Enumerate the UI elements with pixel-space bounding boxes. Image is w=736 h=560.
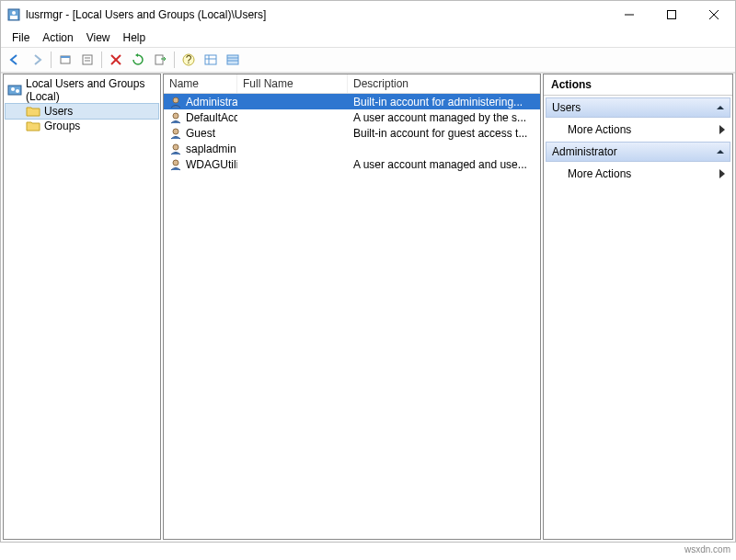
cell-name-text: Administrator xyxy=(186,96,237,109)
action-group-users[interactable]: Users xyxy=(546,97,730,118)
app-icon xyxy=(6,7,21,22)
view-list-button[interactable] xyxy=(201,50,221,70)
list-row[interactable]: DefaultAcco...A user account managed by … xyxy=(164,109,540,125)
delete-button[interactable] xyxy=(106,50,126,70)
user-icon xyxy=(169,127,182,140)
footer-watermark: wsxdn.com xyxy=(0,543,736,556)
svg-rect-4 xyxy=(668,11,676,19)
list-header: Name Full Name Description xyxy=(164,74,540,94)
svg-point-25 xyxy=(16,89,19,93)
toolbar-separator xyxy=(101,51,102,68)
svg-point-27 xyxy=(173,113,178,119)
menu-action[interactable]: Action xyxy=(37,29,78,46)
cell-name-text: Guest xyxy=(186,127,215,140)
svg-point-28 xyxy=(173,129,178,134)
menu-bar: File Action View Help xyxy=(1,29,735,47)
svg-point-24 xyxy=(11,87,15,91)
cell-name-text: WDAGUtility... xyxy=(186,158,237,171)
toolbar: ? xyxy=(1,47,735,73)
svg-point-30 xyxy=(173,160,178,166)
user-icon xyxy=(169,111,182,124)
up-button[interactable] xyxy=(55,50,75,70)
svg-rect-20 xyxy=(227,55,238,64)
tree-root-label: Local Users and Groups (Local) xyxy=(26,77,156,103)
action-more-users[interactable]: More Actions xyxy=(546,120,730,140)
refresh-button[interactable] xyxy=(128,50,148,70)
forward-button[interactable] xyxy=(27,50,47,70)
cell-name: DefaultAcco... xyxy=(164,111,237,124)
chevron-right-icon xyxy=(719,169,725,178)
svg-rect-17 xyxy=(205,55,216,64)
toolbar-separator xyxy=(174,51,175,68)
action-more-admin[interactable]: More Actions xyxy=(546,164,730,184)
tree-item-groups[interactable]: Groups xyxy=(6,119,158,133)
actions-title: Actions xyxy=(544,74,732,96)
folder-icon xyxy=(26,106,40,117)
help-button[interactable]: ? xyxy=(178,50,199,70)
cell-name: Administrator xyxy=(164,96,237,109)
toolbar-separator xyxy=(51,51,52,68)
svg-text:?: ? xyxy=(186,53,192,66)
minimize-button[interactable] xyxy=(608,1,650,29)
user-icon xyxy=(169,143,182,155)
svg-point-29 xyxy=(173,144,178,150)
tree-panel: Local Users and Groups (Local) Users Gro… xyxy=(3,74,161,540)
collapse-icon xyxy=(717,148,724,155)
action-group-administrator[interactable]: Administrator xyxy=(546,142,730,162)
menu-help[interactable]: Help xyxy=(118,29,152,46)
list-row[interactable]: GuestBuilt-in account for guest access t… xyxy=(164,125,540,141)
actions-panel: Actions Users More Actions Administrator… xyxy=(543,74,733,540)
svg-rect-8 xyxy=(61,56,70,58)
svg-point-26 xyxy=(173,97,178,103)
cell-name: WDAGUtility... xyxy=(164,158,237,171)
col-header-description[interactable]: Description xyxy=(348,74,540,93)
cell-name-text: DefaultAcco... xyxy=(186,111,237,124)
export-button[interactable] xyxy=(150,50,170,70)
svg-rect-2 xyxy=(10,16,17,19)
cell-name-text: sapladmin xyxy=(186,143,236,155)
list-panel: Name Full Name Description Administrator… xyxy=(163,74,541,540)
tree-item-users[interactable]: Users xyxy=(6,104,158,119)
close-button[interactable] xyxy=(693,1,735,29)
svg-point-1 xyxy=(12,11,16,15)
list-body: AdministratorBuilt-in account for admini… xyxy=(164,94,540,539)
title-left: lusrmgr - [Local Users and Groups (Local… xyxy=(6,7,266,22)
cell-description: A user account managed and use... xyxy=(348,158,540,171)
menu-file[interactable]: File xyxy=(6,29,35,46)
col-header-fullname[interactable]: Full Name xyxy=(237,74,348,93)
cell-description: A user account managed by the s... xyxy=(348,111,540,124)
app-window: lusrmgr - [Local Users and Groups (Local… xyxy=(0,0,736,543)
svg-rect-14 xyxy=(155,55,163,64)
cell-description: Built-in account for administering... xyxy=(348,96,540,109)
user-icon xyxy=(169,158,182,171)
list-row[interactable]: sapladmin xyxy=(164,141,540,156)
cell-description: Built-in account for guest access t... xyxy=(348,127,540,140)
col-header-name[interactable]: Name xyxy=(164,74,237,93)
list-row[interactable]: AdministratorBuilt-in account for admini… xyxy=(164,94,540,109)
window-controls xyxy=(608,1,735,29)
svg-rect-23 xyxy=(8,86,21,95)
maximize-button[interactable] xyxy=(650,1,693,29)
action-group-users-label: Users xyxy=(552,101,581,114)
action-group-admin-label: Administrator xyxy=(552,145,617,158)
tree-groups-label: Groups xyxy=(44,120,80,132)
cell-name: Guest xyxy=(164,127,237,140)
window-title: lusrmgr - [Local Users and Groups (Local… xyxy=(26,8,266,21)
tree-root[interactable]: Local Users and Groups (Local) xyxy=(6,76,158,104)
back-button[interactable] xyxy=(5,50,25,70)
chevron-right-icon xyxy=(719,125,725,134)
user-icon xyxy=(169,96,182,109)
view-detail-button[interactable] xyxy=(223,50,243,70)
title-bar: lusrmgr - [Local Users and Groups (Local… xyxy=(1,1,735,29)
list-row[interactable]: WDAGUtility...A user account managed and… xyxy=(164,156,540,172)
console-icon xyxy=(7,83,22,97)
cell-name: sapladmin xyxy=(164,143,237,155)
action-more-label: More Actions xyxy=(568,167,631,180)
tree-users-label: Users xyxy=(44,105,73,118)
menu-view[interactable]: View xyxy=(81,29,116,46)
action-more-label: More Actions xyxy=(568,123,631,136)
content-area: Local Users and Groups (Local) Users Gro… xyxy=(1,73,735,542)
collapse-icon xyxy=(717,104,724,111)
folder-icon xyxy=(26,120,40,131)
properties-button[interactable] xyxy=(77,50,98,70)
